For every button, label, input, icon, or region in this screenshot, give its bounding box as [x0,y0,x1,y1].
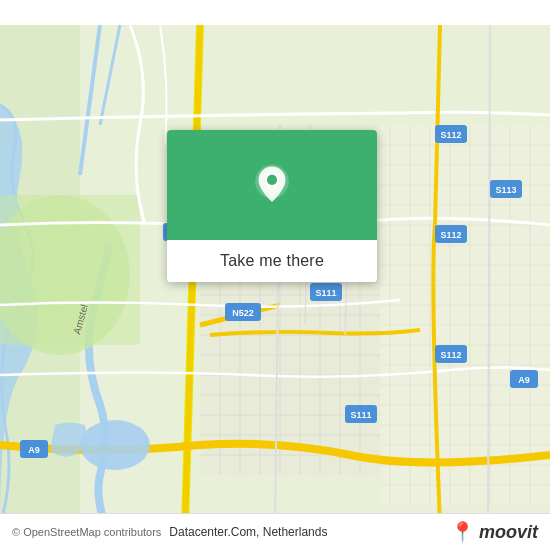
svg-text:N522: N522 [232,308,254,318]
location-name: Datacenter.Com, Netherlands [161,525,450,539]
copyright-text: © OpenStreetMap contributors [12,526,161,538]
svg-text:A9: A9 [28,445,40,455]
svg-text:A9: A9 [518,375,530,385]
svg-point-51 [80,420,150,470]
svg-point-76 [267,175,277,185]
moovit-logo: 📍 moovit [450,520,538,544]
location-pin-icon [250,163,294,207]
svg-text:S113: S113 [495,185,516,195]
svg-rect-5 [0,195,140,345]
moovit-pin-icon: 📍 [450,520,475,544]
svg-text:S112: S112 [440,350,461,360]
bottom-bar: © OpenStreetMap contributors Datacenter.… [0,513,550,550]
popup-green-area [167,130,377,240]
svg-text:S111: S111 [350,410,371,420]
moovit-brand-text: moovit [479,522,538,543]
svg-text:S112: S112 [440,230,461,240]
map-container: A2 A9 A9 S112 S112 S112 S113 S111 S111 N… [0,0,550,550]
svg-text:S111: S111 [315,288,336,298]
svg-rect-6 [380,125,550,505]
svg-text:S112: S112 [440,130,461,140]
popup-card: Take me there [167,130,377,282]
take-me-there-button[interactable]: Take me there [167,240,377,282]
